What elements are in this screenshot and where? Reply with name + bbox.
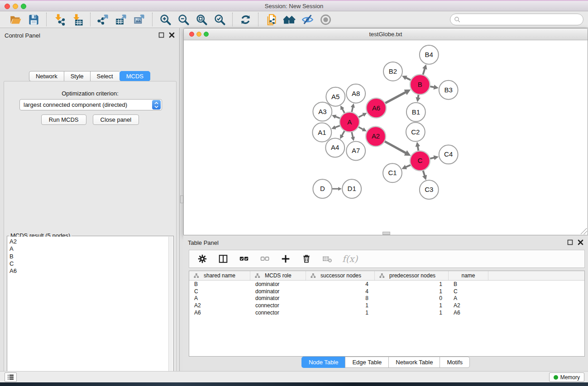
unselect-all-button[interactable] xyxy=(259,253,271,265)
tab-edge-table[interactable]: Edge Table xyxy=(345,357,388,368)
network-canvas[interactable]: A5 A8 A3 A1 A4 A7 A A6 A2 B B2 B4 B3 B1 … xyxy=(184,40,588,235)
function-builder-button[interactable]: f(x) xyxy=(342,253,358,264)
node-D1[interactable]: D1 xyxy=(342,179,361,198)
node-C3[interactable]: C3 xyxy=(420,180,439,199)
edge-A-A3[interactable] xyxy=(335,117,340,119)
node-B3[interactable]: B3 xyxy=(439,81,458,100)
table-row[interactable]: Adominator80A xyxy=(189,295,584,302)
node-A3[interactable]: A3 xyxy=(313,102,332,121)
cell-shared-name[interactable]: B xyxy=(189,281,250,287)
node-D[interactable]: D xyxy=(313,179,332,198)
node-B2[interactable]: B2 xyxy=(383,62,402,81)
mcds-result-item[interactable]: A6 xyxy=(10,267,168,275)
delete-table-button[interactable] xyxy=(321,253,333,265)
hide-selected-button[interactable] xyxy=(298,12,316,27)
float-panel-icon[interactable] xyxy=(158,32,164,38)
node-A5[interactable]: A5 xyxy=(326,87,345,106)
cell-MCDS-role[interactable]: connector xyxy=(250,302,306,309)
task-history-button[interactable] xyxy=(5,372,17,382)
tab-node-table[interactable]: Node Table xyxy=(301,357,345,368)
search-box[interactable] xyxy=(450,14,583,25)
zoom-fit-button[interactable] xyxy=(192,12,210,27)
edge-A-A5[interactable] xyxy=(342,109,344,114)
cell-successor-nodes[interactable]: 1 xyxy=(306,302,375,309)
node-C4[interactable]: C4 xyxy=(439,145,458,164)
node-A7[interactable]: A7 xyxy=(346,141,365,160)
cell-shared-name[interactable]: C xyxy=(189,288,250,295)
cell-shared-name[interactable]: A2 xyxy=(189,302,250,309)
cell-successor-nodes[interactable]: 1 xyxy=(306,310,375,316)
export-image-button[interactable] xyxy=(130,12,148,27)
cell-MCDS-role[interactable]: dominator xyxy=(250,288,306,295)
column-header-predecessor-nodes[interactable]: predecessor nodes xyxy=(375,271,449,280)
new-network-button[interactable] xyxy=(262,12,280,27)
edge-B-B3[interactable] xyxy=(430,86,434,87)
column-header-shared-name[interactable]: shared name xyxy=(189,271,250,280)
edge-C-C3[interactable] xyxy=(423,170,425,176)
table-row[interactable]: Cdominator41C xyxy=(189,288,584,295)
edge-A-A4[interactable] xyxy=(342,131,344,136)
memory-button[interactable]: Memory xyxy=(549,372,584,382)
node-B[interactable]: B xyxy=(410,75,430,95)
show-all-button[interactable] xyxy=(316,12,335,27)
zoom-selected-button[interactable] xyxy=(210,12,229,27)
cell-predecessor-nodes[interactable]: 1 xyxy=(375,281,449,287)
edge-A-A8[interactable] xyxy=(352,107,353,112)
edge-A-A7[interactable] xyxy=(352,132,353,137)
search-input[interactable] xyxy=(461,16,583,23)
mcds-result-list[interactable]: A2ABCA6 xyxy=(8,237,168,386)
tab-mcds[interactable]: MCDS xyxy=(120,71,150,81)
node-A6[interactable]: A6 xyxy=(366,98,386,118)
network-graph[interactable]: A5 A8 A3 A1 A4 A7 A A6 A2 B B2 B4 B3 B1 … xyxy=(184,40,588,235)
node-A8[interactable]: A8 xyxy=(346,84,365,103)
edge-C-C2[interactable] xyxy=(418,146,419,151)
cell-shared-name[interactable]: A6 xyxy=(189,310,250,316)
mcds-result-item[interactable]: A2 xyxy=(10,238,168,245)
add-button[interactable] xyxy=(280,253,292,265)
edge-B-B4[interactable] xyxy=(423,69,425,75)
node-A2[interactable]: A2 xyxy=(366,127,386,147)
column-header-MCDS-role[interactable]: MCDS role xyxy=(250,271,306,280)
run-mcds-button[interactable]: Run MCDS xyxy=(41,114,86,125)
export-table-button[interactable] xyxy=(112,12,130,27)
tab-network[interactable]: Network xyxy=(29,71,64,81)
node-A1[interactable]: A1 xyxy=(312,123,331,142)
cell-name[interactable]: A2 xyxy=(449,302,488,309)
network-window-titlebar[interactable]: testGlobe.txt xyxy=(184,29,588,40)
edge-A6-B[interactable] xyxy=(385,92,406,104)
save-button[interactable] xyxy=(24,12,43,27)
mcds-result-item[interactable]: C xyxy=(10,260,168,267)
cell-MCDS-role[interactable]: dominator xyxy=(250,295,306,301)
cell-name[interactable]: A xyxy=(449,295,488,301)
cell-shared-name[interactable]: A xyxy=(189,295,250,301)
zoom-out-button[interactable] xyxy=(174,12,192,27)
first-neighbors-button[interactable] xyxy=(280,12,298,27)
node-C[interactable]: C xyxy=(410,151,430,171)
node-C1[interactable]: C1 xyxy=(383,163,402,182)
cell-predecessor-nodes[interactable]: 1 xyxy=(375,302,449,309)
resize-grip-icon[interactable] xyxy=(581,228,587,234)
cell-name[interactable]: B xyxy=(449,281,488,287)
table-row[interactable]: A6connector11A6 xyxy=(189,309,584,316)
cell-successor-nodes[interactable]: 4 xyxy=(306,281,375,287)
float-table-panel-icon[interactable] xyxy=(567,239,573,245)
optimization-criterion-dropdown[interactable]: largest connected component (directed) xyxy=(19,99,162,110)
refresh-button[interactable] xyxy=(236,12,254,27)
table-row[interactable]: A2connector11A2 xyxy=(189,302,584,309)
edge-A-A1[interactable] xyxy=(335,125,340,127)
cell-name[interactable]: A6 xyxy=(449,310,488,316)
node-A[interactable]: A xyxy=(339,112,359,132)
cell-MCDS-role[interactable]: connector xyxy=(250,310,306,316)
split-columns-button[interactable] xyxy=(217,253,229,265)
import-table-button[interactable] xyxy=(68,12,86,27)
close-panel-icon[interactable] xyxy=(169,32,175,38)
close-panel-button[interactable]: Close panel xyxy=(93,114,139,125)
vertical-divider-handle[interactable] xyxy=(180,195,183,203)
node-A4[interactable]: A4 xyxy=(325,138,344,157)
gear-button[interactable] xyxy=(196,253,208,265)
node-table[interactable]: shared name MCDS role successor nodes pr… xyxy=(189,271,585,357)
trash-button[interactable] xyxy=(301,253,312,265)
close-table-panel-icon[interactable] xyxy=(578,239,583,245)
edge-B-B2[interactable] xyxy=(406,78,411,80)
cell-successor-nodes[interactable]: 4 xyxy=(306,288,375,295)
